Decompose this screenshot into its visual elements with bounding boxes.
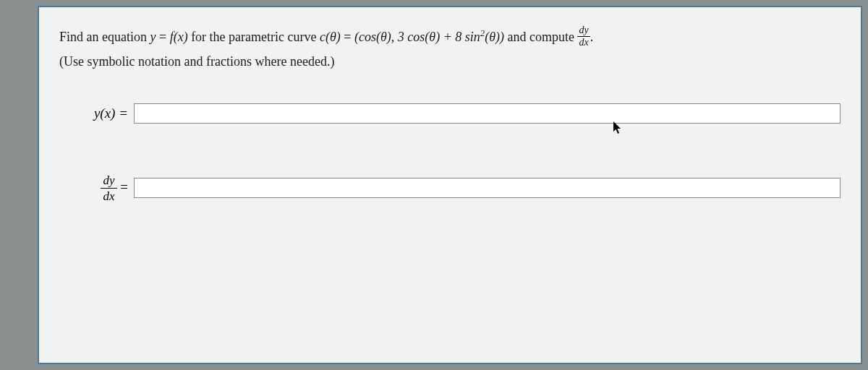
math-expr: cos(θ)	[359, 30, 391, 44]
fraction-denominator: dx	[577, 37, 590, 48]
fraction-denominator: dx	[101, 189, 116, 202]
text-fragment: Find an equation	[59, 30, 150, 44]
label-text: y(x) =	[94, 106, 128, 121]
dydx-fraction-label: dy dx	[101, 174, 116, 202]
period: .	[590, 30, 594, 44]
dydx-input[interactable]	[134, 178, 841, 198]
question-panel: Find an equation y = f(x) for the parame…	[38, 6, 862, 364]
instruction-text: (Use symbolic notation and fractions whe…	[59, 54, 334, 69]
math-expr: 3 cos(θ) + 8 sin2(θ)	[398, 30, 500, 44]
fraction-numerator: dy	[101, 174, 116, 189]
dydx-fraction: dydx	[577, 25, 590, 48]
text-fragment: and compute	[504, 30, 577, 44]
equals-sign: =	[117, 178, 128, 194]
question-text: Find an equation y = f(x) for the parame…	[59, 25, 841, 74]
equals-sign: =	[156, 30, 169, 44]
math-fn: f(x)	[170, 30, 188, 44]
dydx-label: dy dx =	[67, 174, 134, 202]
fraction-numerator: dy	[577, 25, 590, 37]
equals-sign: =	[341, 30, 354, 44]
yx-label: y(x) =	[67, 106, 134, 121]
text-fragment: for the parametric curve	[188, 30, 320, 44]
separator: ,	[391, 30, 398, 44]
answer-row-yx: y(x) =	[67, 103, 841, 124]
math-fn: c(θ)	[320, 30, 341, 44]
answer-row-dydx: dy dx =	[67, 174, 841, 202]
yx-input[interactable]	[134, 103, 841, 124]
